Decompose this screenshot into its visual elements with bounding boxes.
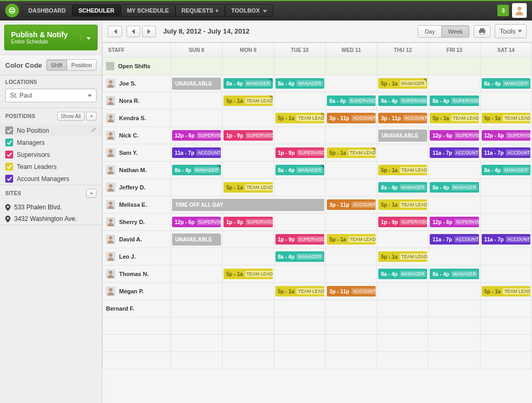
grid-cell[interactable]: 1p - 9pSUPERVISO xyxy=(377,214,429,231)
checkbox-icon[interactable] xyxy=(5,139,13,146)
grid-cell[interactable] xyxy=(480,196,531,214)
shift-block[interactable]: 5p - 1aTEAM LEADE xyxy=(275,286,324,296)
grid-cell[interactable]: 12p - 6pSUPERVISO xyxy=(429,214,480,231)
grid-cell[interactable]: 8a - 4pMANAGER xyxy=(480,162,531,179)
grid-cell[interactable]: 8a - 4pMANAGER xyxy=(429,179,480,196)
shift-block[interactable]: 8a - 4pMANAGER xyxy=(430,269,478,279)
shift-block[interactable]: 11a - 7pACCOUNT M xyxy=(430,147,478,158)
grid-cell[interactable]: 5p - 1aTEAM LEADE xyxy=(222,179,274,196)
shift-block[interactable]: 8a - 4pMANAGER xyxy=(430,182,478,193)
grid-cell[interactable]: 5p - 1aMANAGER xyxy=(377,75,429,92)
grid-cell[interactable] xyxy=(274,214,325,231)
site-item[interactable]: 3432 Washington Ave. xyxy=(0,213,102,225)
position-item[interactable]: Supervisors xyxy=(0,149,102,161)
shift-block[interactable]: 8a - 4pMANAGER xyxy=(378,269,427,279)
nav-requests[interactable]: REQUESTS+ xyxy=(175,4,225,17)
grid-cell[interactable] xyxy=(325,335,377,352)
grid-cell[interactable] xyxy=(377,300,429,317)
grid-cell[interactable]: 8a - 4pMANAGER xyxy=(274,75,325,92)
grid-cell[interactable] xyxy=(274,300,325,317)
shift-block[interactable]: 5p - 1aTEAM LEADE xyxy=(224,269,272,279)
grid-cell[interactable]: 11a - 7pACCOUNT M xyxy=(480,144,531,162)
grid-cell[interactable] xyxy=(274,179,325,196)
shift-block[interactable]: 5p - 1aTEAM LEADE xyxy=(378,251,427,262)
grid-cell[interactable] xyxy=(377,335,429,352)
shift-block[interactable]: 8a - 4pMANAGER xyxy=(224,78,272,89)
grid-cell[interactable]: 1p - 9pSUPERVISO xyxy=(222,127,274,144)
prev-button[interactable] xyxy=(126,26,140,37)
site-item[interactable]: 533 Phalen Blvd. xyxy=(0,202,102,213)
grid-cell[interactable] xyxy=(171,335,222,352)
grid-cell[interactable] xyxy=(103,317,171,335)
grid-cell[interactable]: 5p - 1aTEAM LEADE xyxy=(222,266,274,283)
grid-cell[interactable]: 5p - 1aTEAM LEADE xyxy=(222,92,274,110)
shift-block[interactable]: 5p - 1aTEAM LEADE xyxy=(378,165,427,175)
color-code-position[interactable]: Position xyxy=(67,60,96,70)
grid-cell[interactable] xyxy=(480,179,531,196)
shift-block[interactable]: 12p - 6pSUPERVISO xyxy=(430,217,478,227)
timeoff-block[interactable]: TIME OFF ALL DAY xyxy=(172,199,324,211)
grid-cell[interactable]: 12p - 6pSUPERVISO xyxy=(171,127,222,144)
grid-cell[interactable]: 11a - 7pACCOUNT M xyxy=(480,231,531,248)
grid-cell[interactable]: 12p - 6pSUPERVISO xyxy=(429,127,480,144)
grid-cell[interactable] xyxy=(171,179,222,196)
shift-block[interactable]: 1p - 9pSUPERVISO xyxy=(224,130,272,141)
shift-block[interactable]: 5p - 1aTEAM LEADE xyxy=(378,199,427,210)
grid-cell[interactable]: 5p - 1aTEAM LEADE xyxy=(325,231,377,248)
grid-cell[interactable] xyxy=(222,300,274,317)
shift-block[interactable]: 11a - 7pACCOUNT M xyxy=(482,147,530,158)
grid-cell[interactable] xyxy=(429,300,480,317)
grid-cell[interactable]: 5p - 1aTEAM LEADE xyxy=(480,283,531,300)
shift-block[interactable]: 5p - 1aTEAM LEADE xyxy=(224,96,272,106)
grid-cell[interactable] xyxy=(480,352,531,369)
grid-cell[interactable] xyxy=(377,283,429,300)
grid-cell[interactable] xyxy=(325,127,377,144)
shift-block[interactable]: 1p - 9pSUPERVISO xyxy=(378,217,427,227)
grid-cell[interactable] xyxy=(480,335,531,352)
grid-cell[interactable] xyxy=(377,231,429,248)
publish-button[interactable]: Publish & Notify Entire Schedule xyxy=(4,25,98,50)
grid-cell[interactable]: 1p - 9pSUPERVISO xyxy=(222,214,274,231)
grid-cell[interactable] xyxy=(274,266,325,283)
grid-cell[interactable] xyxy=(325,179,377,196)
unavailable-block[interactable]: UNAVAILABLE xyxy=(378,130,427,142)
shift-block[interactable]: 12p - 6pSUPERVISO xyxy=(172,130,221,141)
grid-cell[interactable] xyxy=(377,144,429,162)
grid-cell[interactable]: 8a - 4pMANAGER xyxy=(377,266,429,283)
schedule-grid[interactable]: STAFFSUN 8MON 9TUE 10WED 11THU 12FRI 13S… xyxy=(102,43,532,403)
checkbox-icon[interactable] xyxy=(5,163,13,171)
grid-cell[interactable] xyxy=(171,92,222,110)
add-position-button[interactable]: + xyxy=(86,112,97,121)
grid-cell[interactable]: 1p - 9pSUPERVISO xyxy=(274,231,325,248)
nav-toolbox[interactable]: TOOLBOX xyxy=(225,4,273,17)
grid-cell[interactable] xyxy=(325,352,377,369)
shift-block[interactable]: 3p - 11pACCOUNT M xyxy=(327,199,376,210)
pencil-icon[interactable] xyxy=(91,127,97,134)
grid-cell[interactable]: 3p - 11pACCOUNT M xyxy=(377,110,429,127)
unavailable-block[interactable]: UNAVAILABLE xyxy=(172,234,221,246)
grid-cell[interactable] xyxy=(429,283,480,300)
grid-cell[interactable]: 8a - 4pMANAGER xyxy=(429,266,480,283)
position-item[interactable]: Account Managers xyxy=(0,173,102,185)
grid-cell[interactable]: UNAVAILABLE xyxy=(377,127,429,144)
grid-cell[interactable] xyxy=(171,266,222,283)
grid-cell[interactable] xyxy=(103,352,171,369)
shift-block[interactable]: 5p - 1aTEAM LEADE xyxy=(430,113,478,123)
shift-block[interactable]: 1p - 9pSUPERVISO xyxy=(275,234,324,245)
grid-cell[interactable]: 12p - 6pSUPERVISO xyxy=(480,127,531,144)
shift-block[interactable]: 8a - 4pSUPERVISOR xyxy=(378,96,427,106)
grid-cell[interactable] xyxy=(325,214,377,231)
shift-block[interactable]: 8a - 4pMANAGER xyxy=(482,78,530,89)
show-all-button[interactable]: Show All xyxy=(57,112,84,121)
grid-cell[interactable] xyxy=(171,300,222,317)
shift-block[interactable]: 12p - 6pSUPERVISO xyxy=(172,217,221,227)
grid-cell[interactable] xyxy=(222,144,274,162)
grid-cell[interactable]: 5p - 1aTEAM LEADE xyxy=(274,110,325,127)
shift-block[interactable]: 3p - 11pACCOUNT M xyxy=(378,113,427,123)
grid-cell[interactable]: 8a - 4pSUPERVISOR xyxy=(377,92,429,110)
shift-block[interactable]: 12p - 6pSUPERVISO xyxy=(482,130,530,141)
week-view-button[interactable]: Week xyxy=(441,26,469,37)
shift-block[interactable]: 11a - 7pACCOUNT M xyxy=(172,147,221,158)
grid-cell[interactable] xyxy=(171,283,222,300)
shift-block[interactable]: 8a - 4pMANAGER xyxy=(275,165,324,175)
